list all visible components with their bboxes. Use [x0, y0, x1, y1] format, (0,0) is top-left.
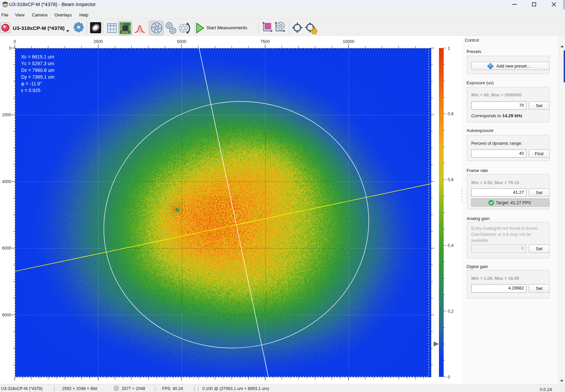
- svg-text:φ = -11.9°: φ = -11.9°: [21, 81, 42, 86]
- svg-text:10000: 10000: [343, 39, 355, 44]
- svg-text:4000: 4000: [2, 179, 11, 184]
- svg-text:1: 1: [448, 46, 450, 51]
- svg-text:2500: 2500: [93, 39, 103, 44]
- svg-text:7500: 7500: [260, 39, 270, 44]
- svg-text:Yc = 5297.3 um: Yc = 5297.3 um: [21, 61, 54, 66]
- svg-text:0,6: 0,6: [448, 177, 453, 182]
- svg-text:Dx = 7960.8 um: Dx = 7960.8 um: [21, 68, 54, 73]
- svg-text:5000: 5000: [177, 39, 187, 44]
- svg-text:ε = 0.925: ε = 0.925: [21, 88, 40, 93]
- svg-text:0,2: 0,2: [448, 309, 453, 314]
- svg-text:8000: 8000: [2, 313, 11, 317]
- svg-text:0,4: 0,4: [448, 243, 453, 248]
- svg-text:Dy = 7365.1 um: Dy = 7365.1 um: [21, 74, 54, 80]
- svg-text:0: 0: [9, 46, 11, 51]
- svg-text:2000: 2000: [2, 113, 11, 117]
- svg-text:0: 0: [448, 375, 450, 380]
- svg-text:0: 0: [14, 39, 16, 44]
- svg-text:0,8: 0,8: [448, 112, 453, 116]
- svg-text:Xc = 6615.1 um: Xc = 6615.1 um: [21, 54, 54, 59]
- svg-text:6000: 6000: [2, 246, 11, 251]
